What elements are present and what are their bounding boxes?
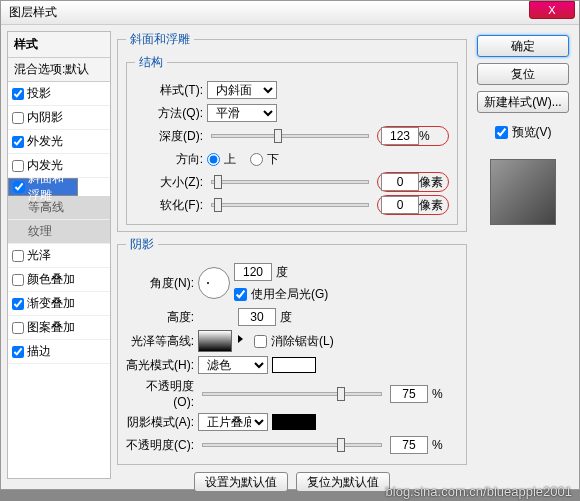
angle-input[interactable]	[234, 263, 272, 281]
soften-slider[interactable]	[211, 203, 369, 207]
bevel-legend: 斜面和浮雕	[126, 31, 194, 48]
size-slider[interactable]	[211, 180, 369, 184]
style-item-label: 内阴影	[27, 109, 63, 126]
technique-label: 方法(Q):	[135, 105, 203, 122]
preview-checkbox[interactable]	[495, 126, 508, 139]
altitude-label: 高度:	[126, 309, 194, 326]
soften-label: 软化(F):	[135, 197, 203, 214]
direction-up-radio[interactable]	[207, 153, 220, 166]
style-item-label: 图案叠加	[27, 319, 75, 336]
style-item-label: 光泽	[27, 247, 51, 264]
hi-mode-select[interactable]: 滤色	[198, 356, 268, 374]
style-item-label: 描边	[27, 343, 51, 360]
preview-label: 预览(V)	[512, 124, 552, 141]
style-item-label: 投影	[27, 85, 51, 102]
sh-opacity-label: 不透明度(C):	[126, 437, 194, 454]
style-item-投影[interactable]: 投影	[8, 82, 110, 106]
style-header: 样式	[8, 32, 110, 58]
bevel-group: 斜面和浮雕 结构 样式(T): 内斜面 方法(Q): 平滑 深度(D): %	[117, 31, 467, 232]
style-checkbox[interactable]	[12, 160, 24, 172]
style-checkbox[interactable]	[12, 250, 24, 262]
sh-color-swatch[interactable]	[272, 414, 316, 430]
titlebar[interactable]: 图层样式 X	[1, 1, 579, 25]
structure-legend: 结构	[135, 54, 167, 71]
soften-input[interactable]	[381, 196, 419, 214]
style-item-描边[interactable]: 描边	[8, 340, 110, 364]
style-item-图案叠加[interactable]: 图案叠加	[8, 316, 110, 340]
hi-opacity-label: 不透明度(O):	[126, 378, 194, 409]
style-checkbox[interactable]	[12, 136, 24, 148]
cancel-button[interactable]: 复位	[477, 63, 569, 85]
new-style-button[interactable]: 新建样式(W)...	[477, 91, 569, 113]
angle-label: 角度(N):	[126, 275, 194, 292]
gloss-label: 光泽等高线:	[126, 333, 194, 350]
sh-mode-label: 阴影模式(A):	[126, 414, 194, 431]
style-item-纹理[interactable]: 纹理	[8, 220, 110, 244]
window-title: 图层样式	[9, 4, 57, 21]
antialias-checkbox[interactable]	[254, 335, 267, 348]
sh-mode-select[interactable]: 正片叠底	[198, 413, 268, 431]
style-item-内阴影[interactable]: 内阴影	[8, 106, 110, 130]
blend-options[interactable]: 混合选项:默认	[8, 58, 110, 82]
layer-style-dialog: 图层样式 X 样式 混合选项:默认 投影内阴影外发光内发光斜面和浮雕等高线纹理光…	[0, 0, 580, 490]
sh-opacity-slider[interactable]	[202, 443, 382, 447]
style-checkbox[interactable]	[12, 112, 24, 124]
style-item-label: 纹理	[28, 223, 52, 240]
depth-input[interactable]	[381, 127, 419, 145]
direction-down-radio[interactable]	[250, 153, 263, 166]
size-label: 大小(Z):	[135, 174, 203, 191]
sh-opacity-input[interactable]	[390, 436, 428, 454]
action-panel: 确定 复位 新建样式(W)... 预览(V)	[473, 31, 573, 479]
style-item-label: 渐变叠加	[27, 295, 75, 312]
shadow-legend: 阴影	[126, 236, 158, 253]
preview-swatch	[490, 159, 556, 225]
global-light-checkbox[interactable]	[234, 288, 247, 301]
technique-select[interactable]: 平滑	[207, 104, 277, 122]
style-checkbox[interactable]	[13, 181, 25, 193]
hi-mode-label: 高光模式(H):	[126, 357, 194, 374]
style-item-label: 颜色叠加	[27, 271, 75, 288]
style-checkbox[interactable]	[12, 298, 24, 310]
style-item-颜色叠加[interactable]: 颜色叠加	[8, 268, 110, 292]
hi-opacity-slider[interactable]	[202, 392, 382, 396]
style-checkbox[interactable]	[12, 274, 24, 286]
depth-slider[interactable]	[211, 134, 369, 138]
altitude-input[interactable]	[238, 308, 276, 326]
depth-label: 深度(D):	[135, 128, 203, 145]
style-item-label: 等高线	[28, 199, 64, 216]
shadow-group: 阴影 角度(N): 度 使用全局光(G)	[117, 236, 467, 465]
settings-panel: 斜面和浮雕 结构 样式(T): 内斜面 方法(Q): 平滑 深度(D): %	[117, 31, 467, 479]
hi-color-swatch[interactable]	[272, 357, 316, 373]
gloss-contour-picker[interactable]	[198, 330, 232, 352]
style-checkbox[interactable]	[12, 322, 24, 334]
style-item-斜面和浮雕[interactable]: 斜面和浮雕	[8, 178, 78, 196]
style-label: 样式(T):	[135, 82, 203, 99]
structure-group: 结构 样式(T): 内斜面 方法(Q): 平滑 深度(D): %	[126, 54, 458, 225]
angle-dial[interactable]	[198, 267, 230, 299]
style-item-label: 外发光	[27, 133, 63, 150]
style-item-等高线[interactable]: 等高线	[8, 196, 110, 220]
style-checkbox[interactable]	[12, 346, 24, 358]
watermark: blog.sina.com.cn/blueapple2001	[386, 484, 572, 499]
style-item-外发光[interactable]: 外发光	[8, 130, 110, 154]
set-default-button[interactable]: 设置为默认值	[194, 472, 288, 492]
antialias-label: 消除锯齿(L)	[271, 333, 334, 350]
close-button[interactable]: X	[529, 1, 575, 19]
ok-button[interactable]: 确定	[477, 35, 569, 57]
style-item-光泽[interactable]: 光泽	[8, 244, 110, 268]
global-light-label: 使用全局光(G)	[251, 286, 328, 303]
style-select[interactable]: 内斜面	[207, 81, 277, 99]
reset-default-button[interactable]: 复位为默认值	[296, 472, 390, 492]
style-item-渐变叠加[interactable]: 渐变叠加	[8, 292, 110, 316]
hi-opacity-input[interactable]	[390, 385, 428, 403]
size-input[interactable]	[381, 173, 419, 191]
direction-label: 方向:	[135, 151, 203, 168]
style-list: 样式 混合选项:默认 投影内阴影外发光内发光斜面和浮雕等高线纹理光泽颜色叠加渐变…	[7, 31, 111, 479]
style-checkbox[interactable]	[12, 88, 24, 100]
